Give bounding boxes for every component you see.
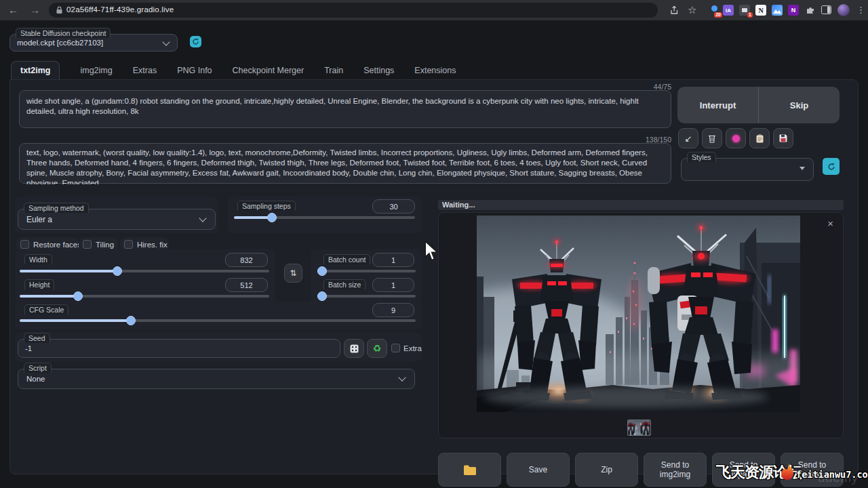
bookmark-star-icon[interactable]: ☆ [688, 0, 696, 20]
extension-badge: 20 [714, 12, 722, 18]
random-seed-button[interactable] [344, 339, 364, 358]
negative-prompt-text: text, logo, watermark, (worst quality, l… [20, 144, 672, 184]
send-to-img2img-button[interactable]: Send to img2img [644, 453, 707, 487]
slider-knob[interactable] [317, 291, 327, 301]
batch-count-slider[interactable] [317, 270, 416, 272]
folder-icon [463, 464, 477, 475]
slider-knob[interactable] [317, 266, 327, 276]
arrow-down-left-icon: ↙ [685, 134, 692, 144]
reuse-seed-button[interactable]: ♻ [367, 339, 387, 358]
checkpoint-refresh-button[interactable] [190, 36, 201, 47]
notion-icon[interactable]: N [755, 5, 766, 16]
extension-icon-ia[interactable]: IA [723, 5, 734, 16]
sidebar-toggle-icon[interactable] [821, 5, 831, 14]
swap-arrows-icon: ⇅ [290, 268, 296, 278]
seed-extra-checkbox[interactable] [391, 344, 400, 352]
clear-prompt-button[interactable] [702, 128, 722, 148]
browser-toolbar: ← → 02a56ff4-71ff-439e.gradio.live ☆ 20 … [0, 0, 868, 20]
tab-img2img[interactable]: img2img [80, 62, 112, 79]
url-bar[interactable]: 02a56ff4-71ff-439e.gradio.live [49, 3, 658, 18]
paste-generation-params-button[interactable]: ↙ [678, 128, 698, 148]
mountain-shape [773, 7, 781, 14]
sampling-method-dropdown[interactable]: Sampling method Euler a [18, 209, 216, 230]
slider-knob[interactable] [73, 291, 83, 301]
prompt-input[interactable]: wide shot angle, a (gundam:0.8) robot st… [19, 90, 671, 128]
prompt-text: wide shot angle, a (gundam:0.8) robot st… [20, 91, 672, 129]
slider-knob[interactable] [113, 266, 122, 276]
tab-extensions[interactable]: Extensions [414, 62, 456, 79]
extension-icon-camera[interactable]: 1 [739, 5, 750, 16]
interrupt-button[interactable]: Interrupt [677, 87, 759, 123]
profile-avatar[interactable] [837, 4, 850, 16]
script-dropdown[interactable]: Script None [18, 369, 415, 389]
cfg-scale-slider[interactable] [20, 319, 416, 322]
height-label: Height [24, 279, 54, 289]
forward-icon[interactable]: → [30, 0, 40, 20]
gallery-thumbnail[interactable] [627, 420, 651, 436]
tab-extras[interactable]: Extras [133, 62, 157, 79]
url-text: 02a56ff4-71ff-439e.gradio.live [66, 5, 174, 14]
slider-knob[interactable] [126, 316, 136, 325]
close-icon[interactable]: × [827, 218, 833, 228]
restore-faces-checkbox[interactable] [20, 240, 29, 249]
sampling-steps-value[interactable]: 30 [372, 199, 415, 214]
tab-checkpoint-merger[interactable]: Checkpoint Merger [233, 62, 304, 79]
cfg-scale-value[interactable]: 9 [372, 303, 414, 317]
clipboard-icon [756, 134, 764, 143]
slider-knob[interactable] [267, 213, 277, 222]
back-icon[interactable]: ← [8, 0, 18, 20]
tab-train[interactable]: Train [324, 62, 343, 79]
progress-bar: Waiting... [438, 200, 844, 210]
checkpoint-dropdown[interactable]: Stable Diffusion checkpoint model.ckpt [… [9, 34, 178, 52]
slider-fill [20, 270, 117, 272]
checkpoint-value: model.ckpt [cc6cb27103] [17, 39, 103, 47]
lock-icon [56, 6, 63, 14]
browser-menu-icon[interactable]: ⋮ [856, 0, 865, 20]
hires-fix-checkbox[interactable] [124, 240, 133, 249]
styles-refresh-button[interactable] [823, 158, 840, 175]
seed-label: Seed [24, 333, 50, 343]
width-label: Width [24, 254, 52, 264]
seed-input[interactable]: Seed -1 [18, 339, 340, 358]
share-icon[interactable] [669, 5, 679, 16]
swap-dimensions-button[interactable]: ⇅ [284, 264, 302, 283]
width-value[interactable]: 832 [225, 253, 268, 267]
save-style-button[interactable] [773, 128, 793, 148]
floppy-disk-icon [779, 134, 787, 142]
extensions-puzzle-icon[interactable] [805, 5, 816, 16]
batch-size-value[interactable]: 1 [372, 278, 414, 292]
tiling-checkbox[interactable] [83, 240, 92, 249]
tiling-label: Tiling [96, 241, 114, 249]
extra-networks-button[interactable] [726, 128, 746, 148]
cfg-group [15, 301, 422, 329]
skip-button[interactable]: Skip [759, 87, 840, 123]
height-slider[interactable] [20, 295, 269, 298]
zip-button[interactable]: Zip [575, 453, 638, 487]
onenote-icon[interactable]: N [788, 5, 799, 16]
tab-settings[interactable]: Settings [363, 62, 394, 79]
styles-dropdown[interactable]: Styles [681, 158, 814, 181]
open-folder-button[interactable] [438, 453, 501, 487]
extension-badge: 1 [747, 12, 753, 18]
batch-size-slider[interactable] [317, 295, 416, 298]
refresh-icon [192, 38, 199, 45]
refresh-icon [827, 163, 835, 171]
tab-png-info[interactable]: PNG Info [177, 62, 212, 79]
extension-icon-image[interactable] [772, 5, 783, 16]
height-value[interactable]: 512 [225, 278, 268, 292]
cfg-scale-label: CFG Scale [24, 304, 68, 314]
flame-icon [780, 464, 795, 480]
chevron-down-icon [398, 373, 406, 381]
extension-icon-blue-dot[interactable]: 20 [709, 5, 719, 16]
script-value: None [26, 375, 45, 383]
sampling-steps-slider[interactable] [234, 216, 415, 219]
save-button[interactable]: Save [507, 453, 570, 487]
width-slider[interactable] [20, 270, 269, 272]
negative-prompt-input[interactable]: text, logo, watermark, (worst quality, l… [19, 143, 671, 184]
tab-txt2img[interactable]: txt2img [11, 61, 60, 79]
batch-count-value[interactable]: 1 [372, 253, 414, 267]
batch-count-label: Batch count [323, 254, 370, 264]
sampling-steps-label: Sampling steps [237, 201, 296, 211]
apply-styles-button[interactable] [749, 128, 770, 148]
generated-image[interactable] [477, 216, 800, 412]
